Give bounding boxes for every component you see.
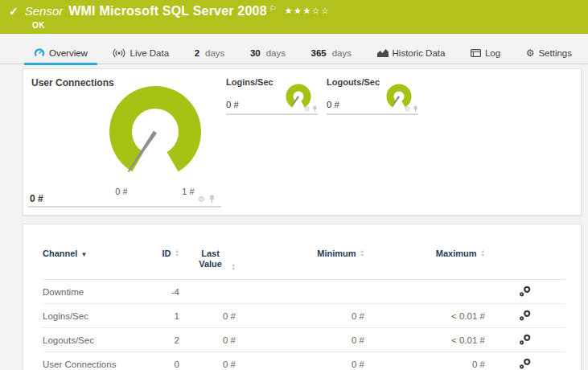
tab-30-days[interactable]: 30 days: [239, 42, 297, 64]
user-connections-gauge: [105, 82, 205, 182]
column-header-last-value[interactable]: Last Value▲▼: [179, 237, 236, 280]
main-gauge-value: 0 #: [30, 193, 43, 204]
logouts-gauge-actions: ⚙: [405, 105, 418, 113]
logins-gauge-title: Logins/Sec: [226, 77, 273, 87]
pin-icon[interactable]: [208, 195, 216, 204]
column-label: Maximum: [436, 249, 477, 258]
table-row-logouts: Logouts/Sec 2 0 # 0 # < 0.01 #: [43, 328, 565, 352]
channel-minimum: 0 #: [236, 328, 364, 352]
divider: [226, 113, 318, 115]
live-broadcast-icon: [113, 48, 125, 58]
logouts-gauge-panel: Logouts/Sec 0 # ⚙: [327, 77, 418, 117]
gauge-scale-min: 0 #: [107, 187, 136, 196]
gear-icon[interactable]: ⚙: [304, 106, 310, 113]
channel-name[interactable]: Logins/Sec: [43, 304, 147, 328]
channel-last-value: 0 #: [179, 328, 236, 352]
column-header-maximum[interactable]: Maximum▲▼: [364, 237, 485, 280]
channel-name[interactable]: User Connections: [43, 352, 147, 370]
column-label: Channel: [43, 249, 77, 258]
pin-icon[interactable]: [413, 105, 418, 113]
channel-id: 1: [147, 304, 179, 328]
edit-channel-icon[interactable]: [519, 310, 532, 323]
channel-name[interactable]: Logouts/Sec: [43, 328, 147, 352]
channel-maximum: < 0.01 #: [364, 328, 485, 352]
logins-gauge-panel: Logins/Sec 0 # ⚙: [226, 77, 318, 117]
tab-unit: days: [205, 48, 224, 58]
tab-historic-data[interactable]: Historic Data: [366, 42, 457, 64]
tab-live-data[interactable]: Live Data: [101, 42, 180, 64]
channels-panel: Channel▼ ID▲▼ Last Value▲▼ Minimum▲▼ Max…: [23, 224, 582, 370]
column-label: Minimum: [317, 249, 356, 258]
table-row-downtime: Downtime -4: [43, 280, 565, 304]
sort-icon: ▲▼: [232, 263, 236, 270]
tab-number: 30: [250, 48, 261, 58]
flag-icon[interactable]: ⚐: [269, 4, 277, 13]
sorted-desc-icon: ▼: [80, 251, 87, 258]
channels-table: Channel▼ ID▲▼ Last Value▲▼ Minimum▲▼ Max…: [43, 237, 565, 370]
column-label: Last Value: [194, 249, 228, 269]
edit-channel-icon[interactable]: [519, 286, 532, 298]
logouts-gauge-value: 0 #: [327, 100, 339, 109]
log-list-icon: [471, 49, 481, 57]
tab-label: Settings: [538, 48, 572, 58]
tab-label: Live Data: [130, 48, 169, 58]
page-title: WMI Microsoft SQL Server 2008: [68, 4, 266, 18]
object-kind-label: Sensor: [25, 4, 64, 18]
channel-maximum: < 0.01 #: [364, 304, 485, 328]
edit-channel-icon[interactable]: [519, 334, 532, 347]
sensor-overview-page: ✓ Sensor WMI Microsoft SQL Server 2008 ⚐…: [0, 0, 588, 370]
area-chart-icon: [377, 48, 389, 57]
channel-id: 2: [147, 328, 179, 352]
table-row-logins: Logins/Sec 1 0 # 0 # < 0.01 #: [43, 304, 565, 328]
logins-gauge-value: 0 #: [226, 100, 239, 109]
channel-last-value: 0 #: [179, 304, 236, 328]
channel-maximum: 0 #: [364, 352, 485, 370]
channel-last-value: 0 #: [179, 352, 236, 370]
tab-label: Overview: [49, 48, 88, 58]
main-gauge-title: User Connections: [31, 77, 114, 88]
tab-settings[interactable]: ⚙ Settings: [515, 42, 583, 64]
tab-overview[interactable]: Overview: [23, 42, 99, 64]
channel-minimum: [236, 280, 364, 304]
main-gauge-actions: ⚙: [198, 195, 216, 204]
channel-name[interactable]: Downtime: [43, 280, 147, 304]
gear-icon[interactable]: ⚙: [405, 106, 410, 113]
table-header-row: Channel▼ ID▲▼ Last Value▲▼ Minimum▲▼ Max…: [43, 237, 565, 280]
channel-id: -4: [147, 280, 179, 304]
divider: [28, 206, 221, 208]
tab-number: 365: [311, 48, 327, 58]
column-header-id[interactable]: ID▲▼: [147, 237, 179, 280]
pin-icon[interactable]: [312, 105, 318, 113]
logouts-gauge-title: Logouts/Sec: [327, 77, 380, 87]
tab-log[interactable]: Log: [459, 42, 512, 64]
column-label: ID: [162, 249, 171, 258]
sensor-header: ✓ Sensor WMI Microsoft SQL Server 2008 ⚐…: [0, 0, 588, 34]
column-header-edit: [485, 237, 565, 280]
gauge-icon: [34, 47, 45, 58]
gear-icon[interactable]: ⚙: [198, 195, 205, 204]
tab-unit: days: [332, 48, 352, 58]
table-row-user-connections: User Connections 0 0 # 0 # 0 #: [43, 352, 565, 370]
tab-label: Historic Data: [393, 48, 446, 58]
sort-icon: ▲▼: [175, 249, 179, 257]
sort-icon: ▲▼: [360, 249, 364, 257]
priority-stars[interactable]: ★★★☆☆: [285, 6, 331, 16]
channel-minimum: 0 #: [236, 304, 364, 328]
tab-2-days[interactable]: 2 days: [183, 42, 236, 64]
column-header-minimum[interactable]: Minimum▲▼: [236, 237, 364, 280]
gauges-panel: User Connections 0 # 1 # 0 # ⚙ Logins/Se…: [23, 68, 582, 216]
channel-id: 0: [147, 352, 179, 370]
tab-label: Log: [485, 48, 500, 58]
tab-365-days[interactable]: 365 days: [300, 42, 363, 64]
logins-gauge-actions: ⚙: [304, 105, 318, 113]
column-header-channel[interactable]: Channel▼: [43, 237, 147, 280]
status-check-icon: ✓: [9, 5, 19, 18]
gear-icon: ⚙: [526, 48, 535, 58]
edit-channel-icon[interactable]: [519, 358, 532, 370]
tab-bar: Overview Live Data 2 days 30 days 365 da…: [0, 42, 588, 64]
tab-unit: days: [266, 48, 286, 58]
channel-last-value: [179, 280, 236, 304]
channel-minimum: 0 #: [236, 352, 364, 370]
tab-number: 2: [195, 48, 199, 58]
status-badge: OK: [32, 21, 45, 30]
